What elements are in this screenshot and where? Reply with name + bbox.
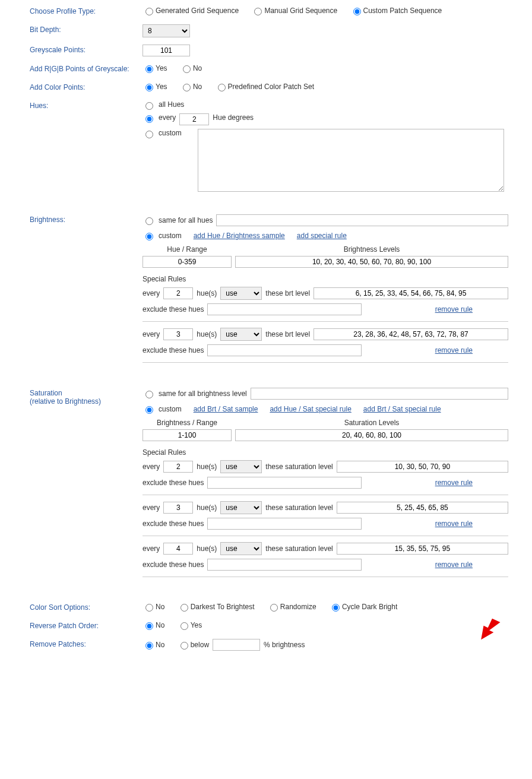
remove-patches-below-label: below (191, 641, 209, 649)
rule-every-text: every (142, 504, 160, 512)
color-sort-no[interactable] (145, 604, 153, 612)
brightness-add-rule-link[interactable]: add special rule (297, 232, 347, 240)
saturation-label: Saturation (relative to Brightness) (0, 388, 142, 406)
brightness-hue-range-input[interactable] (142, 256, 232, 268)
color-sort-darkest-label: Darkest To Brightest (191, 603, 255, 611)
saturation-special-rules-header: Special Rules (142, 448, 508, 457)
hues-every-label: every (159, 113, 176, 122)
saturation-rule2-levels[interactable] (337, 502, 508, 514)
brightness-rule2-levels[interactable] (314, 328, 508, 340)
color-sort-cycle-label: Cycle Dark Bright (342, 603, 397, 611)
saturation-rule1-levels[interactable] (337, 461, 508, 473)
profile-type-generated-label: Generated Grid Sequence (156, 7, 239, 15)
saturation-rule2-use[interactable]: use (220, 501, 262, 514)
color-points-no[interactable] (183, 84, 191, 91)
rule-hues-text: hue(s) (197, 289, 217, 297)
color-sort-randomize[interactable] (270, 604, 278, 612)
hues-every[interactable] (145, 115, 153, 123)
color-sort-randomize-label: Randomize (280, 603, 316, 611)
saturation-rule1-use[interactable]: use (220, 460, 262, 473)
brightness-add-sample-link[interactable]: add Hue / Brightness sample (194, 232, 285, 240)
hues-custom[interactable] (145, 131, 153, 138)
color-points-predefined[interactable] (218, 84, 226, 91)
brightness-levels-header: Brightness Levels (235, 245, 508, 254)
saturation-rule3-exclude[interactable] (207, 559, 362, 571)
saturation-same-input[interactable] (251, 388, 508, 400)
saturation-rule1-remove[interactable]: remove rule (435, 479, 473, 487)
saturation-rule3-every[interactable] (163, 543, 193, 555)
rule-exclude-text: exclude these hues (142, 520, 204, 528)
brightness-rule2-exclude[interactable] (207, 344, 362, 356)
saturation-add-hue-rule-link[interactable]: add Hue / Sat special rule (270, 405, 351, 413)
saturation-rule2-remove[interactable]: remove rule (435, 520, 473, 528)
color-sort-cycle[interactable] (332, 604, 340, 612)
brightness-rule1-exclude[interactable] (207, 303, 362, 315)
rule-exclude-text: exclude these hues (142, 346, 204, 354)
rgb-points-no[interactable] (183, 65, 191, 73)
saturation-rule3-use[interactable]: use (220, 542, 262, 555)
rgb-points-yes[interactable] (145, 65, 153, 73)
color-points-predefined-label: Predefined Color Patch Set (228, 83, 314, 91)
saturation-add-brt-rule-link[interactable]: add Brt / Sat special rule (363, 405, 441, 413)
brightness-rule2-use[interactable]: use (220, 328, 262, 341)
saturation-same[interactable] (145, 391, 153, 398)
saturation-rule3-levels[interactable] (337, 543, 508, 555)
rule-exclude-text: exclude these hues (142, 305, 204, 314)
saturation-rule1-every[interactable] (163, 461, 193, 473)
profile-type-manual-label: Manual Grid Sequence (264, 7, 337, 15)
brightness-rule2-remove[interactable]: remove rule (435, 346, 473, 354)
brightness-rule1-levels[interactable] (314, 287, 508, 299)
hues-all-label: all Hues (159, 100, 184, 109)
bit-depth-select[interactable]: 8 (142, 24, 190, 37)
reverse-patch-no[interactable] (145, 622, 153, 630)
saturation-levels-input[interactable] (235, 429, 508, 441)
hues-every-suffix: Hue degrees (213, 113, 254, 122)
rule-brtlevel-text: these brt level (265, 289, 310, 297)
saturation-custom[interactable] (145, 406, 153, 414)
rgb-points-label: Add R|G|B Points of Greyscale: (0, 64, 142, 73)
remove-patches-below[interactable] (180, 642, 188, 650)
color-points-yes[interactable] (145, 84, 153, 91)
profile-type-custom[interactable] (353, 8, 361, 15)
saturation-brt-range-header: Brightness / Range (142, 419, 232, 427)
color-points-no-label: No (193, 83, 202, 91)
brightness-rule2-every[interactable] (163, 328, 193, 340)
brightness-label: Brightness: (0, 214, 142, 224)
brightness-custom[interactable] (145, 233, 153, 240)
hues-every-input[interactable] (179, 113, 209, 125)
rule-hues-text: hue(s) (197, 330, 217, 338)
brightness-rule1-remove[interactable]: remove rule (435, 305, 473, 314)
saturation-rule3-remove[interactable]: remove rule (435, 560, 473, 569)
rule-exclude-text: exclude these hues (142, 560, 204, 569)
reverse-patch-yes-label: Yes (191, 621, 202, 629)
bit-depth-label: Bit Depth: (0, 24, 142, 34)
annotation-arrow-icon (481, 616, 511, 645)
profile-type-manual[interactable] (254, 8, 262, 15)
saturation-rule1-exclude[interactable] (207, 477, 362, 489)
remove-patches-no[interactable] (145, 642, 153, 650)
remove-patches-suffix: % brightness (264, 641, 305, 649)
saturation-rule2-exclude[interactable] (207, 518, 362, 530)
saturation-levels-header: Saturation Levels (235, 419, 508, 427)
saturation-add-sample-link[interactable]: add Brt / Sat sample (194, 405, 258, 413)
saturation-brt-range-input[interactable] (142, 429, 232, 441)
rule-brtlevel-text: these brt level (265, 330, 310, 338)
brightness-same[interactable] (145, 217, 153, 225)
greyscale-input[interactable] (142, 45, 190, 56)
reverse-patch-yes[interactable] (180, 622, 188, 630)
rule-satlevel-text: these saturation level (265, 504, 332, 512)
hues-all[interactable] (145, 102, 153, 110)
reverse-patch-label: Reverse Patch Order: (0, 620, 142, 630)
color-sort-no-label: No (156, 603, 164, 611)
brightness-rule1-use[interactable]: use (220, 287, 262, 300)
brightness-rule1-every[interactable] (163, 287, 193, 299)
reverse-patch-no-label: No (156, 621, 164, 629)
profile-type-generated[interactable] (145, 8, 153, 15)
color-sort-darkest[interactable] (180, 604, 188, 612)
brightness-same-input[interactable] (216, 214, 508, 226)
hues-custom-textarea[interactable] (198, 129, 504, 192)
saturation-rule2-every[interactable] (163, 502, 193, 514)
color-points-yes-label: Yes (156, 83, 167, 91)
brightness-levels-input[interactable] (235, 256, 508, 268)
remove-patches-value[interactable] (213, 639, 260, 651)
